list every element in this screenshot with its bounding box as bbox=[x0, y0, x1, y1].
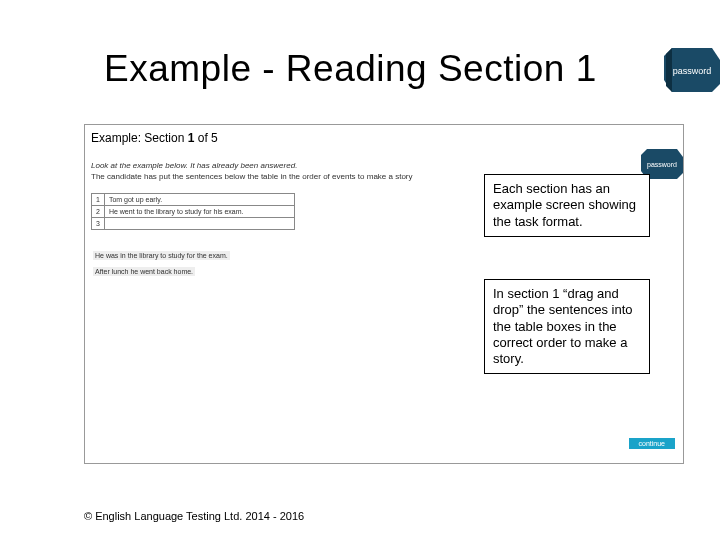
section-header: Example: Section 1 of 5 bbox=[91, 131, 218, 145]
svg-marker-1 bbox=[666, 48, 672, 92]
table-row: 2 He went to the library to study for hi… bbox=[92, 206, 295, 218]
slide: Example - Reading Section 1 password Exa… bbox=[0, 0, 720, 540]
row-text[interactable]: Tom got up early. bbox=[104, 194, 294, 206]
row-number: 3 bbox=[92, 218, 105, 230]
instruction-1: Look at the example below. It has alread… bbox=[91, 161, 297, 170]
logo-text-small: password bbox=[647, 161, 677, 169]
logo-text: password bbox=[673, 66, 712, 76]
instruction-2: The candidate has put the sentences belo… bbox=[91, 172, 413, 181]
row-number: 2 bbox=[92, 206, 105, 218]
header-prefix: Example: Section bbox=[91, 131, 188, 145]
draggable-sentence[interactable]: He was in the library to study for the e… bbox=[93, 251, 230, 260]
page-title: Example - Reading Section 1 bbox=[104, 48, 597, 90]
continue-button[interactable]: continue bbox=[629, 438, 675, 449]
copyright: © English Language Testing Ltd. 2014 - 2… bbox=[84, 510, 304, 522]
row-text[interactable]: He went to the library to study for his … bbox=[104, 206, 294, 218]
header-suffix: of 5 bbox=[194, 131, 217, 145]
password-logo: password bbox=[652, 48, 720, 92]
row-text[interactable] bbox=[104, 218, 294, 230]
row-number: 1 bbox=[92, 194, 105, 206]
callout-1: Each section has an example screen showi… bbox=[484, 174, 650, 237]
table-row: 3 bbox=[92, 218, 295, 230]
table-row: 1 Tom got up early. bbox=[92, 194, 295, 206]
answer-table: 1 Tom got up early. 2 He went to the lib… bbox=[91, 193, 295, 230]
callout-2: In section 1 “drag and drop” the sentenc… bbox=[484, 279, 650, 374]
draggable-sentence[interactable]: After lunch he went back home. bbox=[93, 267, 195, 276]
